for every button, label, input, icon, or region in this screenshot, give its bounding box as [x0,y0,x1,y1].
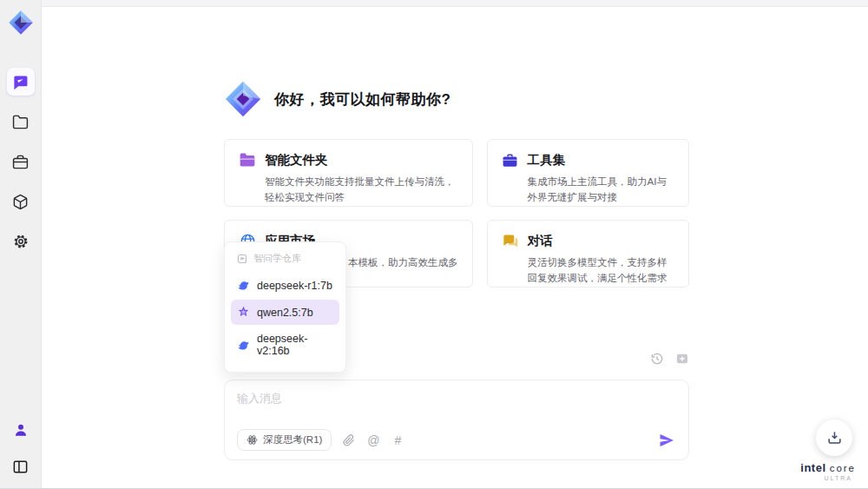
sidebar-item-chat[interactable] [7,68,35,96]
sidebar-item-collapse-panel[interactable] [7,453,35,480]
send-icon [658,432,675,449]
main-area: 你好，我可以如何帮助你? 智能文件夹 智能文件夹功能支持批量文件上传与清洗，轻松… [42,0,868,488]
gold-chat-icon [502,232,519,249]
app-logo[interactable] [5,7,36,38]
model-option-label: deepseek-r1:7b [257,280,332,292]
intel-brand-text: intel [800,461,825,474]
card-title: 工具集 [528,152,566,169]
attachment-icon[interactable] [342,433,356,447]
model-option-deepseek-v2[interactable]: deepseek-v2:16b [231,327,339,363]
sidebar-item-apps[interactable] [7,188,35,215]
briefcase-icon [12,154,29,170]
deepseek-whale-icon [237,279,250,292]
card-title: 对话 [528,233,553,249]
send-button[interactable] [657,431,676,450]
sidebar-item-toolbox[interactable] [7,148,35,175]
purple-folder-icon [239,151,256,169]
message-composer: 深度思考(R1) @ # [224,380,689,460]
card-description: 灵活切换多模型文件，支持多样回复效果调试，满足个性化需求 [502,255,675,287]
card-description: 集成市场上主流工具，助力AI与外界无缝扩展与对接 [502,175,675,206]
card-smart-folder[interactable]: 智能文件夹 智能文件夹功能支持批量文件上传与清洗，轻松实现文件问答 [224,139,473,207]
composer-toolbar: 深度思考(R1) @ # [237,429,676,451]
hashtag-icon[interactable]: # [391,433,404,447]
chat-bubble-icon [12,74,29,90]
user-icon [13,422,29,438]
deepseek-whale-icon [237,339,250,352]
gear-icon [12,233,30,250]
diamond-logo-icon [224,80,262,118]
atom-icon [247,434,258,446]
greeting: 你好，我可以如何帮助你? [224,80,450,118]
sidebar-item-account[interactable] [7,416,35,444]
sidebar-item-settings[interactable] [7,228,35,255]
model-dropdown-menu: 智问学仓库 deepseek-r1:7b qwen2.5:7b deepseek… [224,241,346,373]
download-icon [826,430,843,446]
card-toolset[interactable]: 工具集 集成市场上主流工具，助力AI与外界无缝扩展与对接 [487,139,690,207]
model-option-label: deepseek-v2:16b [257,333,333,357]
intel-core-badge: intel core ULTRA [800,462,856,482]
intel-tier-text: ULTRA [800,475,856,481]
model-repo-header: 智问学仓库 [231,249,339,271]
deep-think-toggle[interactable]: 深度思考(R1) [237,429,332,451]
card-description: 智能文件夹功能支持批量文件上传与清洗，轻松实现文件问答 [239,175,458,206]
model-option-qwen[interactable]: qwen2.5:7b [231,300,339,325]
briefcase-icon [502,151,519,169]
card-dialogue[interactable]: 对话 灵活切换多模型文件，支持多样回复效果调试，满足个性化需求 [487,220,690,287]
model-option-deepseek-r1[interactable]: deepseek-r1:7b [231,273,339,298]
sidebar-item-folders[interactable] [7,108,35,135]
deep-think-label: 深度思考(R1) [263,433,322,446]
history-icon[interactable] [649,351,664,366]
mention-icon[interactable]: @ [366,433,380,447]
diamond-logo-icon [8,10,34,36]
download-fab-button[interactable] [816,420,852,456]
sidebar [0,0,42,489]
cube-icon [12,194,29,210]
repo-label: 智问学仓库 [253,252,301,265]
qwen-icon [237,306,250,319]
folder-icon [12,114,29,130]
page-title: 你好，我可以如何帮助你? [274,89,450,109]
card-title: 智能文件夹 [265,152,328,169]
panel-layout-icon [12,459,29,475]
repo-icon [235,252,248,265]
intel-product-text: core [830,463,856,473]
model-option-label: qwen2.5:7b [257,307,313,319]
mini-window-icon[interactable] [674,351,689,366]
message-input[interactable] [237,391,676,426]
window-top-strip [42,0,868,7]
